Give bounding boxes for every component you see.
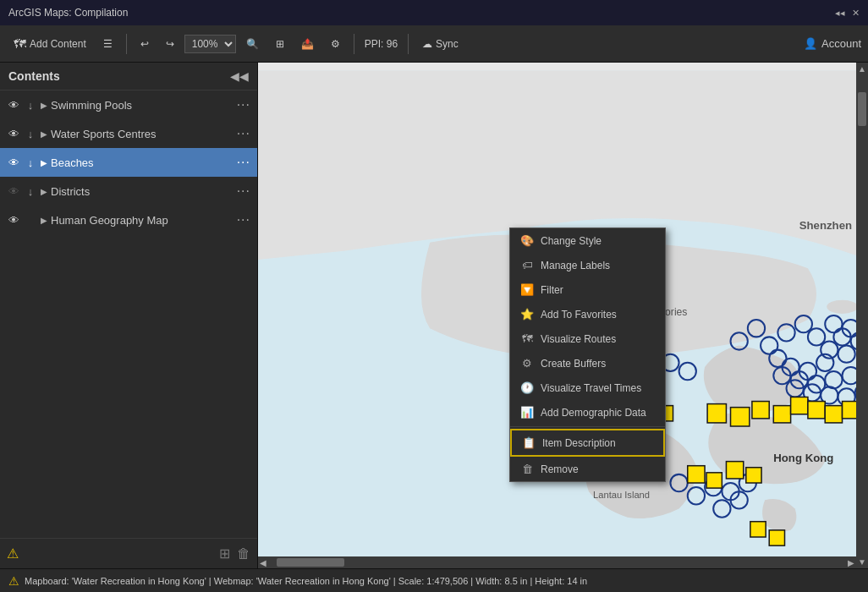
scroll-up-arrow[interactable]: ▲ <box>856 63 868 75</box>
layer-options-water-sports[interactable]: ··· <box>237 126 250 141</box>
sidebar-title: Contents <box>8 69 60 83</box>
svg-text:Lantau Island: Lantau Island <box>593 490 650 500</box>
scroll-thumb-v[interactable] <box>858 92 866 126</box>
layer-item-beaches[interactable]: 👁 ↓ ▶ Beaches ··· <box>0 148 257 177</box>
visibility-icon-swimming-pools[interactable]: 👁 <box>7 99 20 112</box>
layer-name-human-geo: Human Geography Map <box>51 214 250 227</box>
svg-rect-57 <box>825 406 842 423</box>
download-icon-beaches[interactable]: ↓ <box>24 156 37 169</box>
svg-rect-63 <box>726 462 743 479</box>
layer-options-beaches[interactable]: ··· <box>237 155 250 170</box>
add-content-button[interactable]: 🗺 Add Content <box>7 33 93 54</box>
ctx-change-style[interactable]: 🎨 Change Style <box>510 228 665 253</box>
zoom-select[interactable]: 100% 75% 50% 150% <box>184 35 236 53</box>
ctx-separator <box>510 426 665 427</box>
svg-text:Shenzhen: Shenzhen <box>799 219 852 232</box>
map-scrollbar-v[interactable]: ▲ ▼ <box>856 63 868 568</box>
ctx-item-description-label: Item Description <box>542 437 616 449</box>
remove-icon: 🗑 <box>520 463 534 475</box>
svg-rect-53 <box>752 402 769 419</box>
layer-options-swimming-pools[interactable]: ··· <box>237 97 250 112</box>
account-button[interactable]: 👤 Account <box>804 37 861 50</box>
buffers-icon: ⚙ <box>520 357 534 370</box>
settings-button[interactable]: ⚙ <box>324 35 347 53</box>
close-icon[interactable]: ✕ <box>852 8 860 19</box>
ctx-demographic[interactable]: 📊 Add Demographic Data <box>510 400 665 425</box>
sync-icon: ☁ <box>422 38 432 50</box>
ctx-remove[interactable]: 🗑 Remove <box>510 457 665 481</box>
expand-icon-districts[interactable]: ▶ <box>41 187 47 196</box>
scroll-left-arrow[interactable]: ◀ <box>258 556 268 569</box>
layer-item-districts[interactable]: 👁 ↓ ▶ Districts ··· <box>0 177 257 206</box>
account-label: Account <box>821 37 861 50</box>
gear-icon: ⚙ <box>331 38 340 50</box>
svg-rect-61 <box>688 466 705 483</box>
expand-icon-beaches[interactable]: ▶ <box>41 158 47 167</box>
expand-icon-swimming-pools[interactable]: ▶ <box>41 101 47 110</box>
routes-icon: 🗺 <box>520 332 534 345</box>
ctx-visualize-routes[interactable]: 🗺 Visualize Routes <box>510 326 665 351</box>
ctx-visualize-travel[interactable]: 🕐 Visualize Travel Times <box>510 375 665 400</box>
ctx-item-description[interactable]: 📋 Item Description <box>510 429 665 457</box>
redo-icon: ↪ <box>166 38 174 50</box>
manage-labels-icon: 🏷 <box>520 259 534 271</box>
svg-rect-54 <box>773 406 790 423</box>
scroll-right-arrow[interactable]: ▶ <box>846 556 856 569</box>
layer-item-water-sports[interactable]: 👁 ↓ ▶ Water Sports Centres ··· <box>0 119 257 148</box>
svg-rect-52 <box>731 408 750 426</box>
map-area[interactable]: Shenzhen New Territories Hong Kong Lanta… <box>258 63 868 568</box>
export-button[interactable]: 📤 <box>294 35 321 53</box>
download-icon-water-sports[interactable]: ↓ <box>24 128 37 140</box>
expand-icon-human-geo[interactable]: ▶ <box>41 216 47 225</box>
scroll-down-arrow[interactable]: ▼ <box>856 556 868 568</box>
layer-item-swimming-pools[interactable]: 👁 ↓ ▶ Swimming Pools ··· <box>0 90 257 119</box>
toolbar: 🗺 Add Content ☰ ↩ ↪ 100% 75% 50% 150% 🔍 … <box>0 25 868 63</box>
ctx-manage-labels[interactable]: 🏷 Manage Labels <box>510 253 665 277</box>
layer-item-human-geo[interactable]: 👁 ▶ Human Geography Map ··· <box>0 206 257 234</box>
ctx-add-favorites[interactable]: ⭐ Add To Favorites <box>510 302 665 326</box>
delete-bottom-icon[interactable]: 🗑 <box>237 546 250 562</box>
sidebar-bottom: ⚠ ⊞ 🗑 <box>0 538 257 568</box>
scroll-thumb-h[interactable] <box>277 558 344 567</box>
minimize-icon[interactable]: ◂◂ <box>835 8 845 19</box>
svg-rect-66 <box>769 530 784 545</box>
layout-button[interactable]: ☰ <box>96 35 119 53</box>
undo-button[interactable]: ↩ <box>134 35 156 53</box>
ctx-create-buffers-label: Create Buffers <box>541 358 606 370</box>
redo-button[interactable]: ↪ <box>159 35 181 53</box>
svg-rect-65 <box>750 522 766 537</box>
change-style-icon: 🎨 <box>520 234 534 247</box>
sidebar-collapse-button[interactable]: ◀◀ <box>230 69 249 83</box>
download-icon-districts[interactable]: ↓ <box>24 185 37 198</box>
map-scrollbar-h[interactable]: ◀ ▶ <box>258 556 856 568</box>
ctx-visualize-travel-label: Visualize Travel Times <box>541 382 641 394</box>
ctx-manage-labels-label: Manage Labels <box>541 260 610 271</box>
ctx-visualize-routes-label: Visualize Routes <box>541 333 616 345</box>
visibility-icon-beaches[interactable]: 👁 <box>7 156 20 169</box>
add-content-label: Add Content <box>30 38 86 50</box>
visibility-icon-human-geo[interactable]: 👁 <box>7 214 20 227</box>
ctx-add-favorites-label: Add To Favorites <box>541 309 617 321</box>
svg-rect-62 <box>706 473 722 488</box>
sync-button[interactable]: ☁ Sync <box>415 35 465 53</box>
layer-options-human-geo[interactable]: ··· <box>237 212 250 227</box>
expand-icon-water-sports[interactable]: ▶ <box>41 129 47 139</box>
filter-icon: 🔽 <box>520 283 534 296</box>
map-extent-button[interactable]: ⊞ <box>269 35 291 53</box>
zoom-fit-icon: 🔍 <box>246 38 259 50</box>
add-content-icon: 🗺 <box>14 36 26 51</box>
app-title: ArcGIS Maps: Compilation <box>8 7 835 19</box>
zoom-fit-button[interactable]: 🔍 <box>239 35 266 53</box>
sidebar-header: Contents ◀◀ <box>0 63 257 90</box>
ctx-filter[interactable]: 🔽 Filter <box>510 277 665 302</box>
layer-bottom-icon[interactable]: ⊞ <box>219 545 230 562</box>
download-icon-swimming-pools[interactable]: ↓ <box>24 99 37 112</box>
item-description-icon: 📋 <box>522 436 536 449</box>
visibility-icon-water-sports[interactable]: 👁 <box>7 128 20 140</box>
visibility-icon-districts[interactable]: 👁 <box>7 185 20 198</box>
layer-name-beaches: Beaches <box>51 156 250 169</box>
ctx-create-buffers[interactable]: ⚙ Create Buffers <box>510 351 665 375</box>
svg-rect-56 <box>808 402 825 419</box>
layer-options-districts[interactable]: ··· <box>237 184 250 199</box>
main-layout: Contents ◀◀ 👁 ↓ ▶ Swimming Pools ··· 👁 ↓… <box>0 63 868 568</box>
